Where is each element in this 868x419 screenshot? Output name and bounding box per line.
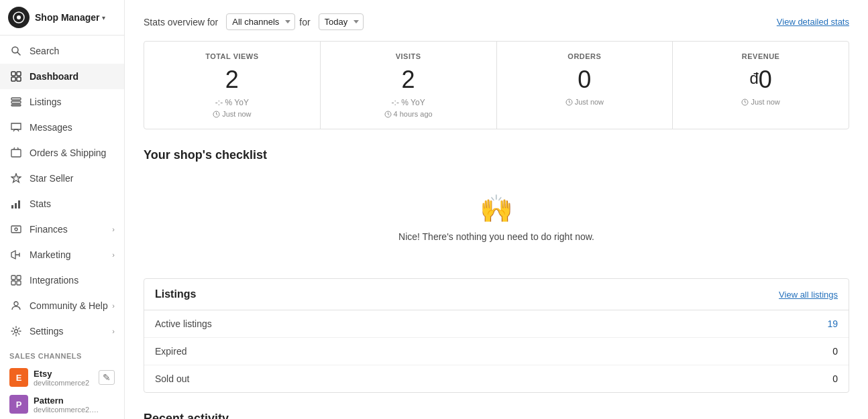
total-views-value: 2 [158,66,307,94]
active-listings-value: 19 [827,318,838,329]
sidebar-item-orders[interactable]: Orders & Shipping [0,140,124,166]
sidebar-settings-label: Settings [30,326,64,337]
svg-rect-9 [11,101,21,103]
revenue-label: REVENUE [686,52,835,60]
svg-rect-11 [11,149,21,157]
checklist-empty: 🙌 Nice! There's nothing you need to do r… [144,173,849,262]
view-all-listings-link[interactable]: View all listings [779,290,838,300]
sidebar-item-search[interactable]: Search [0,38,124,64]
search-icon [9,44,23,58]
checklist-title: Your shop's checklist [144,148,849,162]
community-arrow: › [112,302,115,310]
svg-rect-6 [11,77,15,81]
stat-card-orders: ORDERS 0 Just now [497,42,673,129]
main-content: Stats overview for All channels for Toda… [125,0,868,419]
svg-rect-18 [17,276,21,280]
clock-icon [213,111,220,118]
settings-arrow: › [112,327,115,335]
total-views-time: Just now [158,110,307,118]
svg-rect-20 [17,281,21,285]
sidebar: Shop Manager ▾ Search [0,0,125,419]
stats-overview-label: Stats overview for [144,17,218,27]
orders-label: ORDERS [510,52,659,60]
sidebar-star-seller-label: Star Seller [30,173,73,184]
view-detailed-stats-link[interactable]: View detailed stats [777,17,849,27]
celebration-icon: 🙌 [480,193,513,225]
sidebar-integrations-label: Integrations [30,275,78,286]
shop-manager-arrow: ▾ [102,14,105,21]
svg-rect-7 [17,77,21,81]
visits-time: 4 hours ago [334,110,483,118]
visits-label: VISITS [334,52,483,60]
total-views-time-text: Just now [222,110,251,118]
sidebar-finances-label: Finances [30,224,68,235]
svg-point-22 [15,330,18,333]
total-views-yoy: -:- % YoY [158,98,307,107]
sidebar-item-finances[interactable]: Finances › [0,217,124,242]
channel-item-pattern[interactable]: P Pattern devlitcommerce2.patternbyetsy.… [9,391,115,418]
clock-icon-visits [384,111,392,118]
svg-rect-8 [11,98,21,100]
revenue-value: đ0 [686,66,835,94]
pattern-sub: devlitcommerce2.patternbyetsy.com [34,406,101,414]
stat-card-visits: VISITS 2 -:- % YoY 4 hours ago [321,42,497,129]
sidebar-item-marketing[interactable]: Marketing › [0,242,124,267]
svg-rect-13 [15,203,17,208]
svg-point-21 [14,302,18,306]
period-select[interactable]: Today [319,13,364,30]
orders-time-text: Just now [575,98,604,106]
messages-icon [9,121,23,134]
sidebar-item-integrations[interactable]: Integrations [0,267,124,293]
etsy-sub: devlitcommerce2 [34,379,99,387]
visits-value: 2 [334,66,483,94]
sidebar-item-listings[interactable]: Listings [0,89,124,115]
channel-item-etsy[interactable]: E Etsy devlitcommerce2 ✎ [9,364,115,391]
svg-rect-12 [11,205,13,208]
revenue-time: Just now [686,98,835,106]
sidebar-item-community[interactable]: Community & Help › [0,293,124,318]
svg-rect-5 [17,72,21,76]
clock-icon-orders [565,99,573,106]
sales-channels-section: SALES CHANNELS E Etsy devlitcommerce2 ✎ … [0,347,124,419]
orders-time: Just now [510,98,659,106]
pattern-badge: P [9,395,28,414]
sidebar-item-messages[interactable]: Messages [0,115,124,140]
sidebar-item-dashboard[interactable]: Dashboard [0,64,124,89]
svg-point-16 [15,228,17,231]
sidebar-marketing-label: Marketing [30,249,70,260]
checklist-message: Nice! There's nothing you need to do rig… [398,231,594,242]
svg-line-3 [17,52,20,55]
marketing-arrow: › [112,251,115,259]
orders-value: 0 [510,66,659,94]
svg-rect-10 [11,105,21,106]
finances-icon [9,223,23,236]
stats-cards: TOTAL VIEWS 2 -:- % YoY Just now VISITS … [144,41,849,129]
sidebar-dashboard-label: Dashboard [30,71,78,82]
etsy-edit-button[interactable]: ✎ [99,370,115,385]
sidebar-header[interactable]: Shop Manager ▾ [0,0,124,36]
finances-arrow: › [112,225,115,233]
sidebar-orders-label: Orders & Shipping [30,147,106,158]
sidebar-item-settings[interactable]: Settings › [0,318,124,344]
listing-row-sold-out: Sold out 0 [144,365,849,392]
orders-icon [9,146,23,160]
dashboard-icon [9,70,23,83]
listings-header: Listings View all listings [144,279,849,310]
svg-rect-17 [11,276,15,280]
pattern-info: Pattern devlitcommerce2.patternbyetsy.co… [34,396,115,414]
stat-card-total-views: TOTAL VIEWS 2 -:- % YoY Just now [144,42,321,129]
total-views-label: TOTAL VIEWS [158,52,307,60]
svg-point-1 [17,15,21,19]
svg-rect-4 [11,72,15,76]
listing-row-active: Active listings 19 [144,310,849,338]
channel-select[interactable]: All channels [226,13,295,30]
svg-rect-19 [11,281,15,285]
listing-row-expired: Expired 0 [144,338,849,365]
etsy-badge: E [9,368,28,387]
sidebar-search-label: Search [30,46,59,56]
listings-section: Listings View all listings Active listin… [144,278,849,393]
pattern-name: Pattern [34,396,115,406]
sidebar-item-stats[interactable]: Stats [0,191,124,217]
visits-time-text: 4 hours ago [394,110,433,118]
sidebar-item-star-seller[interactable]: Star Seller [0,166,124,191]
